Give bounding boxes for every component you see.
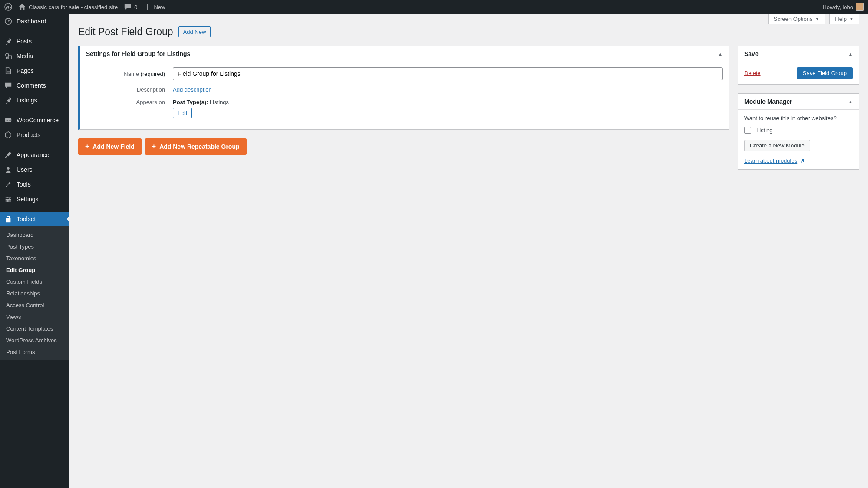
save-panel-header[interactable]: Save ▲ <box>738 46 859 62</box>
menu-tools[interactable]: Tools <box>0 177 69 192</box>
button-label: Add New Field <box>92 143 134 150</box>
site-link[interactable]: Classic cars for sale - classified site <box>18 3 118 11</box>
comment-icon <box>4 82 12 89</box>
chevron-down-icon: ▼ <box>849 16 854 21</box>
save-field-group-button[interactable]: Save Field Group <box>797 67 853 79</box>
comments-link[interactable]: 0 <box>124 3 137 11</box>
wordpress-logo-icon[interactable] <box>4 3 12 11</box>
description-label: Description <box>86 86 173 93</box>
menu-woocommerce[interactable]: woo WooCommerce <box>0 113 69 128</box>
link-label: Learn about modules <box>744 157 797 164</box>
button-label: Add New Repeatable Group <box>159 143 239 150</box>
add-new-button[interactable]: Add New <box>178 26 211 37</box>
menu-label: Tools <box>17 181 31 188</box>
panel-title: Module Manager <box>744 98 792 105</box>
top-tabs: Screen Options ▼ Help ▼ <box>768 14 859 24</box>
plus-icon: + <box>85 143 89 151</box>
media-icon <box>4 52 12 60</box>
learn-about-modules-link[interactable]: Learn about modules <box>744 157 805 164</box>
name-input[interactable] <box>173 67 723 80</box>
listing-checkbox-label: Listing <box>756 127 773 134</box>
menu-label: Users <box>17 166 33 173</box>
module-panel-header[interactable]: Module Manager ▲ <box>738 94 859 110</box>
add-description-link[interactable]: Add description <box>173 86 212 93</box>
submenu-taxonomies[interactable]: Taxonomies <box>0 252 69 264</box>
edit-appears-button[interactable]: Edit <box>173 108 192 118</box>
help-tab[interactable]: Help ▼ <box>829 14 859 24</box>
appears-label: Appears on <box>86 99 173 105</box>
submenu-wp-archives[interactable]: WordPress Archives <box>0 334 69 346</box>
menu-appearance[interactable]: Appearance <box>0 147 69 162</box>
svg-point-8 <box>7 200 9 202</box>
external-link-icon <box>800 158 805 164</box>
submenu-content-templates[interactable]: Content Templates <box>0 323 69 334</box>
menu-label: Toolset <box>17 216 36 223</box>
post-types-key: Post Type(s): <box>173 99 208 105</box>
sliders-icon <box>4 195 12 203</box>
new-link[interactable]: New <box>143 3 165 11</box>
main-content: Screen Options ▼ Help ▼ Edit Post Field … <box>69 14 868 488</box>
svg-point-5 <box>7 167 9 170</box>
page-title-text: Edit Post Field Group <box>78 26 173 38</box>
user-greeting[interactable]: Howdy, lobo <box>822 3 864 11</box>
submenu-post-forms[interactable]: Post Forms <box>0 346 69 358</box>
listing-checkbox[interactable] <box>744 127 751 134</box>
pin-icon <box>4 37 12 45</box>
add-new-repeatable-group-button[interactable]: + Add New Repeatable Group <box>145 138 247 155</box>
menu-dashboard[interactable]: Dashboard <box>0 14 69 29</box>
woo-icon: woo <box>4 116 12 124</box>
module-intro: Want to reuse this in other websites? <box>744 115 853 121</box>
user-icon <box>4 166 12 174</box>
delete-link[interactable]: Delete <box>744 70 761 76</box>
submenu-relationships[interactable]: Relationships <box>0 288 69 299</box>
menu-label: Listings <box>17 97 37 104</box>
menu-media[interactable]: Media <box>0 49 69 63</box>
brush-icon <box>4 151 12 159</box>
module-manager-panel: Module Manager ▲ Want to reuse this in o… <box>738 93 859 170</box>
save-panel: Save ▲ Delete Save Field Group <box>738 46 859 85</box>
menu-label: Dashboard <box>17 18 46 25</box>
menu-label: Comments <box>17 82 46 89</box>
menu-pages[interactable]: Pages <box>0 63 69 78</box>
create-module-button[interactable]: Create a New Module <box>744 140 810 151</box>
add-new-field-button[interactable]: + Add New Field <box>78 138 142 155</box>
menu-listings[interactable]: Listings <box>0 93 69 108</box>
admin-bar: Classic cars for sale - classified site … <box>0 0 868 14</box>
submenu-access-control[interactable]: Access Control <box>0 299 69 311</box>
pin-icon <box>4 96 12 104</box>
settings-panel-header[interactable]: Settings for Field Group for Listings ▲ <box>80 46 729 62</box>
collapse-icon: ▲ <box>848 99 853 104</box>
submenu-edit-group[interactable]: Edit Group <box>0 264 69 276</box>
avatar <box>856 3 864 11</box>
greeting-text: Howdy, lobo <box>822 4 853 10</box>
menu-label: Media <box>17 52 33 59</box>
menu-toolset[interactable]: Toolset <box>0 212 69 226</box>
menu-label: Posts <box>17 38 32 45</box>
plus-icon <box>143 3 151 11</box>
toolset-icon <box>4 215 12 223</box>
product-icon <box>4 131 12 139</box>
menu-users[interactable]: Users <box>0 162 69 177</box>
toolset-submenu: Dashboard Post Types Taxonomies Edit Gro… <box>0 226 69 360</box>
tab-label: Help <box>835 16 847 22</box>
menu-comments[interactable]: Comments <box>0 78 69 93</box>
menu-label: WooCommerce <box>17 117 59 124</box>
screen-options-tab[interactable]: Screen Options ▼ <box>768 14 825 24</box>
submenu-post-types[interactable]: Post Types <box>0 241 69 252</box>
menu-products[interactable]: Products <box>0 128 69 142</box>
home-icon <box>18 3 26 11</box>
menu-label: Settings <box>17 196 39 203</box>
comments-count: 0 <box>134 4 137 10</box>
site-name: Classic cars for sale - classified site <box>29 4 118 10</box>
name-label: Name (required) <box>86 71 173 77</box>
svg-text:woo: woo <box>5 119 11 122</box>
submenu-views[interactable]: Views <box>0 311 69 323</box>
svg-point-2 <box>6 53 9 56</box>
submenu-dashboard[interactable]: Dashboard <box>0 229 69 241</box>
submenu-custom-fields[interactable]: Custom Fields <box>0 276 69 288</box>
menu-settings[interactable]: Settings <box>0 192 69 206</box>
settings-panel: Settings for Field Group for Listings ▲ … <box>78 46 729 130</box>
comment-icon <box>124 3 132 11</box>
wrench-icon <box>4 180 12 188</box>
menu-posts[interactable]: Posts <box>0 34 69 49</box>
